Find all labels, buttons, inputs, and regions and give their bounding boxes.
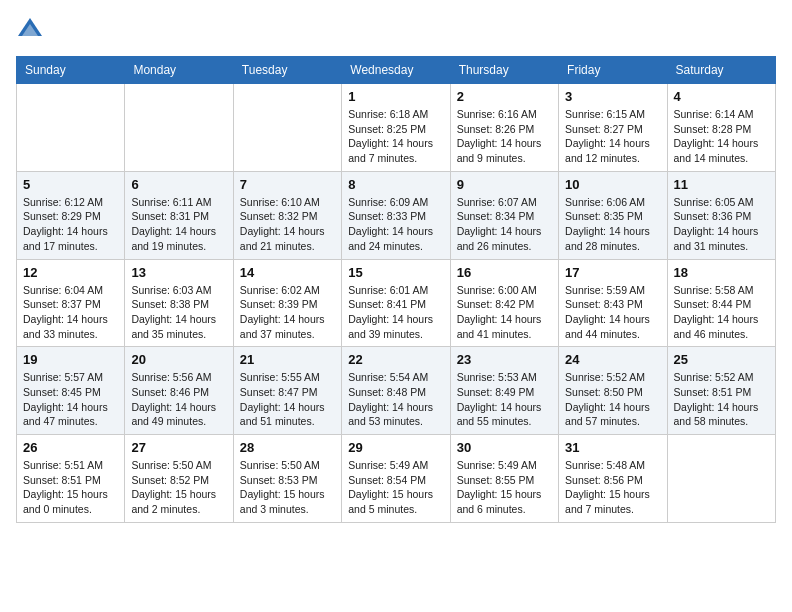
- weekday-header-thursday: Thursday: [450, 57, 558, 84]
- weekday-header-friday: Friday: [559, 57, 667, 84]
- day-number: 13: [131, 265, 226, 280]
- calendar-cell: 27Sunrise: 5:50 AM Sunset: 8:52 PM Dayli…: [125, 435, 233, 523]
- day-number: 1: [348, 89, 443, 104]
- weekday-header-tuesday: Tuesday: [233, 57, 341, 84]
- day-info: Sunrise: 5:48 AM Sunset: 8:56 PM Dayligh…: [565, 458, 660, 517]
- calendar-week-row: 1Sunrise: 6:18 AM Sunset: 8:25 PM Daylig…: [17, 84, 776, 172]
- calendar-cell: 1Sunrise: 6:18 AM Sunset: 8:25 PM Daylig…: [342, 84, 450, 172]
- day-info: Sunrise: 5:53 AM Sunset: 8:49 PM Dayligh…: [457, 370, 552, 429]
- day-number: 10: [565, 177, 660, 192]
- calendar-table: SundayMondayTuesdayWednesdayThursdayFrid…: [16, 56, 776, 523]
- calendar-cell: 3Sunrise: 6:15 AM Sunset: 8:27 PM Daylig…: [559, 84, 667, 172]
- day-info: Sunrise: 5:51 AM Sunset: 8:51 PM Dayligh…: [23, 458, 118, 517]
- calendar-cell: 24Sunrise: 5:52 AM Sunset: 8:50 PM Dayli…: [559, 347, 667, 435]
- day-info: Sunrise: 6:02 AM Sunset: 8:39 PM Dayligh…: [240, 283, 335, 342]
- day-number: 19: [23, 352, 118, 367]
- day-info: Sunrise: 5:52 AM Sunset: 8:50 PM Dayligh…: [565, 370, 660, 429]
- day-info: Sunrise: 6:16 AM Sunset: 8:26 PM Dayligh…: [457, 107, 552, 166]
- day-number: 27: [131, 440, 226, 455]
- weekday-header-sunday: Sunday: [17, 57, 125, 84]
- day-info: Sunrise: 5:58 AM Sunset: 8:44 PM Dayligh…: [674, 283, 769, 342]
- calendar-cell: 2Sunrise: 6:16 AM Sunset: 8:26 PM Daylig…: [450, 84, 558, 172]
- day-info: Sunrise: 6:14 AM Sunset: 8:28 PM Dayligh…: [674, 107, 769, 166]
- day-info: Sunrise: 5:52 AM Sunset: 8:51 PM Dayligh…: [674, 370, 769, 429]
- calendar-cell: 28Sunrise: 5:50 AM Sunset: 8:53 PM Dayli…: [233, 435, 341, 523]
- day-info: Sunrise: 6:12 AM Sunset: 8:29 PM Dayligh…: [23, 195, 118, 254]
- calendar-cell: 5Sunrise: 6:12 AM Sunset: 8:29 PM Daylig…: [17, 171, 125, 259]
- day-info: Sunrise: 6:00 AM Sunset: 8:42 PM Dayligh…: [457, 283, 552, 342]
- day-info: Sunrise: 6:18 AM Sunset: 8:25 PM Dayligh…: [348, 107, 443, 166]
- calendar-cell: 10Sunrise: 6:06 AM Sunset: 8:35 PM Dayli…: [559, 171, 667, 259]
- day-number: 29: [348, 440, 443, 455]
- calendar-cell: 29Sunrise: 5:49 AM Sunset: 8:54 PM Dayli…: [342, 435, 450, 523]
- weekday-header-wednesday: Wednesday: [342, 57, 450, 84]
- day-number: 24: [565, 352, 660, 367]
- calendar-cell: 18Sunrise: 5:58 AM Sunset: 8:44 PM Dayli…: [667, 259, 775, 347]
- calendar-cell: [233, 84, 341, 172]
- calendar-cell: 12Sunrise: 6:04 AM Sunset: 8:37 PM Dayli…: [17, 259, 125, 347]
- weekday-header-saturday: Saturday: [667, 57, 775, 84]
- day-number: 28: [240, 440, 335, 455]
- calendar-cell: 20Sunrise: 5:56 AM Sunset: 8:46 PM Dayli…: [125, 347, 233, 435]
- calendar-cell: 13Sunrise: 6:03 AM Sunset: 8:38 PM Dayli…: [125, 259, 233, 347]
- day-number: 20: [131, 352, 226, 367]
- calendar-cell: 23Sunrise: 5:53 AM Sunset: 8:49 PM Dayli…: [450, 347, 558, 435]
- day-number: 2: [457, 89, 552, 104]
- day-number: 5: [23, 177, 118, 192]
- day-info: Sunrise: 6:04 AM Sunset: 8:37 PM Dayligh…: [23, 283, 118, 342]
- day-info: Sunrise: 5:54 AM Sunset: 8:48 PM Dayligh…: [348, 370, 443, 429]
- calendar-cell: 31Sunrise: 5:48 AM Sunset: 8:56 PM Dayli…: [559, 435, 667, 523]
- calendar-cell: 26Sunrise: 5:51 AM Sunset: 8:51 PM Dayli…: [17, 435, 125, 523]
- weekday-header-monday: Monday: [125, 57, 233, 84]
- logo-icon: [16, 16, 44, 44]
- day-info: Sunrise: 5:57 AM Sunset: 8:45 PM Dayligh…: [23, 370, 118, 429]
- day-number: 22: [348, 352, 443, 367]
- calendar-cell: 6Sunrise: 6:11 AM Sunset: 8:31 PM Daylig…: [125, 171, 233, 259]
- day-info: Sunrise: 5:59 AM Sunset: 8:43 PM Dayligh…: [565, 283, 660, 342]
- calendar-cell: [125, 84, 233, 172]
- calendar-cell: 30Sunrise: 5:49 AM Sunset: 8:55 PM Dayli…: [450, 435, 558, 523]
- day-info: Sunrise: 6:01 AM Sunset: 8:41 PM Dayligh…: [348, 283, 443, 342]
- day-info: Sunrise: 6:11 AM Sunset: 8:31 PM Dayligh…: [131, 195, 226, 254]
- calendar-cell: 21Sunrise: 5:55 AM Sunset: 8:47 PM Dayli…: [233, 347, 341, 435]
- calendar-cell: 15Sunrise: 6:01 AM Sunset: 8:41 PM Dayli…: [342, 259, 450, 347]
- day-number: 12: [23, 265, 118, 280]
- day-info: Sunrise: 6:05 AM Sunset: 8:36 PM Dayligh…: [674, 195, 769, 254]
- day-number: 9: [457, 177, 552, 192]
- calendar-week-row: 12Sunrise: 6:04 AM Sunset: 8:37 PM Dayli…: [17, 259, 776, 347]
- day-number: 30: [457, 440, 552, 455]
- calendar-cell: [17, 84, 125, 172]
- logo: [16, 16, 48, 44]
- day-info: Sunrise: 5:49 AM Sunset: 8:54 PM Dayligh…: [348, 458, 443, 517]
- day-number: 3: [565, 89, 660, 104]
- calendar-cell: 17Sunrise: 5:59 AM Sunset: 8:43 PM Dayli…: [559, 259, 667, 347]
- calendar-cell: [667, 435, 775, 523]
- day-number: 11: [674, 177, 769, 192]
- calendar-cell: 4Sunrise: 6:14 AM Sunset: 8:28 PM Daylig…: [667, 84, 775, 172]
- day-info: Sunrise: 5:50 AM Sunset: 8:53 PM Dayligh…: [240, 458, 335, 517]
- day-number: 14: [240, 265, 335, 280]
- day-number: 16: [457, 265, 552, 280]
- day-info: Sunrise: 5:56 AM Sunset: 8:46 PM Dayligh…: [131, 370, 226, 429]
- day-number: 8: [348, 177, 443, 192]
- calendar-cell: 25Sunrise: 5:52 AM Sunset: 8:51 PM Dayli…: [667, 347, 775, 435]
- day-number: 17: [565, 265, 660, 280]
- day-number: 25: [674, 352, 769, 367]
- calendar-cell: 9Sunrise: 6:07 AM Sunset: 8:34 PM Daylig…: [450, 171, 558, 259]
- day-info: Sunrise: 6:06 AM Sunset: 8:35 PM Dayligh…: [565, 195, 660, 254]
- calendar-cell: 7Sunrise: 6:10 AM Sunset: 8:32 PM Daylig…: [233, 171, 341, 259]
- day-number: 7: [240, 177, 335, 192]
- calendar-week-row: 26Sunrise: 5:51 AM Sunset: 8:51 PM Dayli…: [17, 435, 776, 523]
- day-info: Sunrise: 6:07 AM Sunset: 8:34 PM Dayligh…: [457, 195, 552, 254]
- day-info: Sunrise: 5:55 AM Sunset: 8:47 PM Dayligh…: [240, 370, 335, 429]
- day-number: 18: [674, 265, 769, 280]
- day-number: 26: [23, 440, 118, 455]
- calendar-cell: 11Sunrise: 6:05 AM Sunset: 8:36 PM Dayli…: [667, 171, 775, 259]
- day-number: 31: [565, 440, 660, 455]
- day-info: Sunrise: 6:15 AM Sunset: 8:27 PM Dayligh…: [565, 107, 660, 166]
- day-number: 6: [131, 177, 226, 192]
- day-info: Sunrise: 6:09 AM Sunset: 8:33 PM Dayligh…: [348, 195, 443, 254]
- calendar-header-row: SundayMondayTuesdayWednesdayThursdayFrid…: [17, 57, 776, 84]
- day-info: Sunrise: 6:03 AM Sunset: 8:38 PM Dayligh…: [131, 283, 226, 342]
- day-info: Sunrise: 5:50 AM Sunset: 8:52 PM Dayligh…: [131, 458, 226, 517]
